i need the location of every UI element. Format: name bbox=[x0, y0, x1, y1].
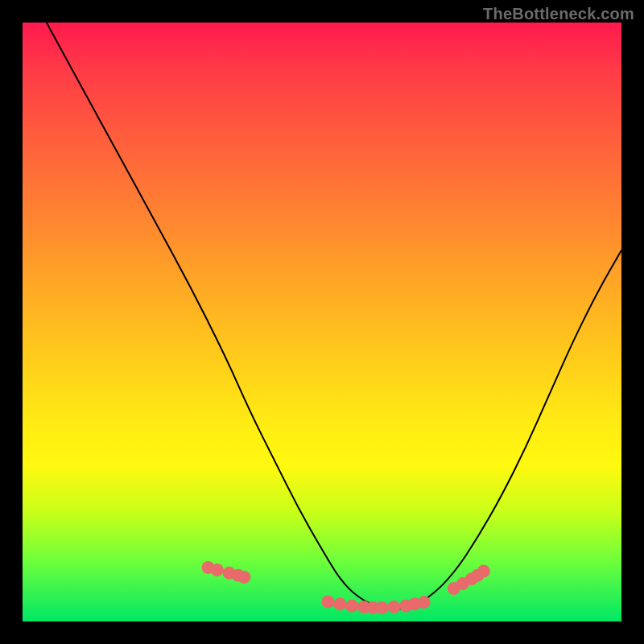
marker-dot bbox=[211, 564, 224, 576]
marker-dot bbox=[387, 601, 400, 613]
marker-dot bbox=[477, 565, 490, 578]
marker-dot bbox=[345, 600, 358, 613]
marker-dot bbox=[321, 595, 334, 608]
marker-dot bbox=[375, 601, 388, 614]
marker-dot bbox=[237, 571, 250, 584]
marker-dot bbox=[418, 596, 431, 609]
chart-frame: TheBottleneck.com bbox=[0, 0, 644, 644]
bottleneck-curve bbox=[47, 23, 621, 609]
marker-dot bbox=[333, 597, 346, 610]
watermark-text: TheBottleneck.com bbox=[483, 5, 634, 23]
marker-group bbox=[202, 561, 490, 614]
bottleneck-chart bbox=[23, 23, 621, 621]
